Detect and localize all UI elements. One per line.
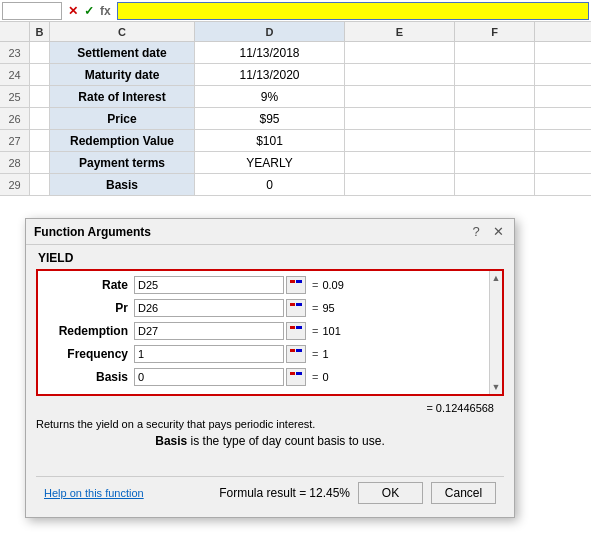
cell-f[interactable] <box>455 64 535 85</box>
cell-d-value[interactable]: $95 <box>195 108 345 129</box>
col-header-f[interactable]: F <box>455 22 535 41</box>
svg-rect-3 <box>296 303 302 306</box>
col-header-c[interactable]: C <box>50 22 195 41</box>
cell-d-value[interactable]: 11/13/2018 <box>195 42 345 63</box>
arg-collapse-icon[interactable] <box>286 368 306 386</box>
cancel-formula-icon[interactable]: ✕ <box>66 4 80 18</box>
dialog-close-button[interactable]: ✕ <box>490 224 506 239</box>
cell-b[interactable] <box>30 86 50 107</box>
function-name-label: YIELD <box>36 251 504 265</box>
cell-f[interactable] <box>455 130 535 151</box>
arg-label: Pr <box>44 301 134 315</box>
param-description: is the type of day count basis to use. <box>187 434 384 448</box>
row-number: 28 <box>0 152 30 173</box>
cell-c-label[interactable]: Redemption Value <box>50 130 195 151</box>
svg-rect-4 <box>290 326 295 329</box>
cell-f[interactable] <box>455 174 535 195</box>
arg-collapse-icon[interactable] <box>286 276 306 294</box>
arg-row: Rate = 0.09 <box>44 275 488 295</box>
formula-bar: YIELD ✕ ✓ fx =YIELD(D23,D24,D25,D26,D27,… <box>0 0 591 22</box>
cell-d-value[interactable]: 0 <box>195 174 345 195</box>
dialog-body: YIELD Rate = 0.09 Pr = 95 Redemption <box>26 245 514 517</box>
dialog-title: Function Arguments <box>34 225 151 239</box>
description-main: Returns the yield on a security that pay… <box>36 418 504 430</box>
table-row: 26 Price $95 <box>0 108 591 130</box>
arg-collapse-icon[interactable] <box>286 299 306 317</box>
row-number: 24 <box>0 64 30 85</box>
arg-input[interactable] <box>134 299 284 317</box>
name-box[interactable]: YIELD <box>2 2 62 20</box>
description-param: Basis is the type of day count basis to … <box>36 434 504 448</box>
col-header-e[interactable]: E <box>345 22 455 41</box>
svg-rect-6 <box>290 349 295 352</box>
cell-d-value[interactable]: 11/13/2020 <box>195 64 345 85</box>
cell-c-label[interactable]: Price <box>50 108 195 129</box>
help-link[interactable]: Help on this function <box>44 487 144 499</box>
arg-value: 95 <box>322 302 334 314</box>
table-area: 23 Settlement date 11/13/2018 24 Maturit… <box>0 42 591 196</box>
cell-d-value[interactable]: YEARLY <box>195 152 345 173</box>
cell-c-label[interactable]: Settlement date <box>50 42 195 63</box>
formula-input[interactable]: =YIELD(D23,D24,D25,D26,D27,1,0) <box>117 2 589 20</box>
cell-b[interactable] <box>30 42 50 63</box>
cell-b[interactable] <box>30 64 50 85</box>
arg-collapse-icon[interactable] <box>286 322 306 340</box>
ok-button[interactable]: OK <box>358 482 423 504</box>
cell-b[interactable] <box>30 152 50 173</box>
arguments-box: Rate = 0.09 Pr = 95 Redemption = 101 Fre… <box>36 269 504 396</box>
cell-e[interactable] <box>345 64 455 85</box>
cell-b[interactable] <box>30 130 50 151</box>
cell-f[interactable] <box>455 42 535 63</box>
arg-input[interactable] <box>134 345 284 363</box>
insert-function-icon[interactable]: fx <box>98 4 113 18</box>
arg-value: 101 <box>322 325 340 337</box>
cell-c-label[interactable]: Basis <box>50 174 195 195</box>
param-name: Basis <box>155 434 187 448</box>
cell-c-label[interactable]: Payment terms <box>50 152 195 173</box>
cell-d-value[interactable]: 9% <box>195 86 345 107</box>
arg-row: Basis = 0 <box>44 367 488 387</box>
col-header-d[interactable]: D <box>195 22 345 41</box>
arg-label: Frequency <box>44 347 134 361</box>
cell-e[interactable] <box>345 130 455 151</box>
scrollbar[interactable]: ▲▼ <box>489 271 502 394</box>
function-arguments-dialog: Function Arguments ? ✕ YIELD Rate = 0.09… <box>25 218 515 518</box>
svg-rect-1 <box>296 280 302 283</box>
confirm-formula-icon[interactable]: ✓ <box>82 4 96 18</box>
cell-f[interactable] <box>455 86 535 107</box>
cell-c-label[interactable]: Rate of Interest <box>50 86 195 107</box>
arg-row: Frequency = 1 <box>44 344 488 364</box>
svg-rect-9 <box>296 372 302 375</box>
row-num-header <box>0 22 30 41</box>
cancel-button[interactable]: Cancel <box>431 482 496 504</box>
cell-f[interactable] <box>455 108 535 129</box>
table-row: 23 Settlement date 11/13/2018 <box>0 42 591 64</box>
col-header-b[interactable]: B <box>30 22 50 41</box>
cell-f[interactable] <box>455 152 535 173</box>
column-headers: B C D E F <box>0 22 591 42</box>
cell-b[interactable] <box>30 108 50 129</box>
row-number: 27 <box>0 130 30 151</box>
cell-c-label[interactable]: Maturity date <box>50 64 195 85</box>
arg-row: Pr = 95 <box>44 298 488 318</box>
row-number: 26 <box>0 108 30 129</box>
cell-e[interactable] <box>345 152 455 173</box>
svg-rect-0 <box>290 280 295 283</box>
cell-b[interactable] <box>30 174 50 195</box>
arg-equals: = <box>312 371 318 383</box>
arg-input[interactable] <box>134 368 284 386</box>
arg-equals: = <box>312 302 318 314</box>
cell-e[interactable] <box>345 42 455 63</box>
cell-e[interactable] <box>345 174 455 195</box>
arg-label: Redemption <box>44 324 134 338</box>
arg-input[interactable] <box>134 322 284 340</box>
cell-d-value[interactable]: $101 <box>195 130 345 151</box>
arg-collapse-icon[interactable] <box>286 345 306 363</box>
cell-e[interactable] <box>345 108 455 129</box>
svg-rect-5 <box>296 326 302 329</box>
arg-input[interactable] <box>134 276 284 294</box>
cell-e[interactable] <box>345 86 455 107</box>
dialog-help-button[interactable]: ? <box>468 224 484 239</box>
svg-rect-7 <box>296 349 302 352</box>
arg-label: Basis <box>44 370 134 384</box>
